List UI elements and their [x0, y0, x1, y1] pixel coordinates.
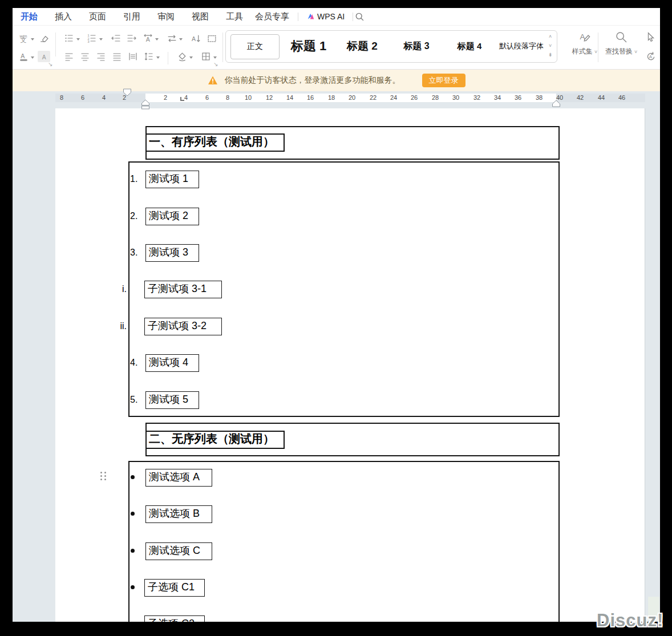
heading1[interactable]: 一、有序列表（测试用）	[145, 133, 285, 152]
select-cursor-icon[interactable]	[645, 31, 657, 43]
style-heading1[interactable]: 标题 1	[291, 38, 326, 55]
heading2[interactable]: 二、无序列表（测试用）	[145, 431, 285, 449]
menu-tab-review[interactable]: 审阅	[151, 8, 181, 26]
ruler-number: 36	[515, 94, 521, 102]
svg-text:A: A	[192, 35, 196, 42]
chevron-down-icon[interactable]	[76, 38, 80, 40]
chevron-down-icon[interactable]	[213, 56, 217, 59]
borders-icon[interactable]	[200, 51, 212, 62]
shading-icon[interactable]	[176, 51, 188, 62]
list-item[interactable]: 测试项 3	[145, 244, 199, 262]
justify-icon[interactable]	[111, 51, 123, 62]
style-heading3[interactable]: 标题 3	[403, 40, 429, 52]
list-marker: 1.	[130, 171, 137, 187]
list-item[interactable]: 测试选项 A	[145, 469, 212, 487]
list-item[interactable]: 子测试项 3-1	[144, 281, 222, 298]
gallery-expand-icon[interactable]: ⇟	[548, 52, 553, 58]
list-item[interactable]: 子测试项 3-2	[144, 318, 222, 335]
find-replace-label: 查找替换 ˅	[601, 47, 641, 56]
login-now-button[interactable]: 立即登录	[422, 74, 465, 87]
line-spacing-icon[interactable]	[143, 51, 155, 62]
ruler-number: 24	[390, 94, 397, 102]
highlight-icon[interactable]: A	[38, 51, 50, 62]
find-replace-button[interactable]: 查找替换 ˅	[601, 30, 641, 56]
increase-indent-icon[interactable]	[126, 33, 138, 44]
chevron-down-icon[interactable]	[155, 38, 159, 40]
list-item[interactable]: 子选项 C1	[144, 579, 205, 597]
bullet-icon	[131, 585, 135, 589]
style-heading2[interactable]: 标题 2	[347, 39, 378, 54]
window-frame-top	[0, 0, 672, 8]
list-marker: 4.	[130, 354, 137, 371]
menu-tab-tools[interactable]: 工具	[220, 8, 249, 26]
align-center-icon[interactable]	[79, 51, 91, 62]
list-marker: 3.	[130, 244, 137, 261]
list-item[interactable]: 测试项 5	[145, 391, 199, 409]
wps-ai-label: WPS AI	[317, 12, 345, 21]
svg-text:A: A	[42, 54, 46, 60]
search-icon[interactable]	[355, 12, 365, 22]
menu-tab-home[interactable]: 开始	[14, 8, 44, 27]
dialog-launcher-icon[interactable]: ↘	[48, 61, 52, 67]
chevron-down-icon[interactable]	[156, 56, 160, 59]
character-border-icon[interactable]	[205, 33, 218, 44]
clear-format-icon[interactable]	[38, 33, 50, 44]
svg-text:A: A	[649, 54, 653, 59]
bullet-icon	[131, 475, 135, 479]
distribute-icon[interactable]	[127, 51, 139, 62]
sort-icon[interactable]: A	[189, 33, 202, 44]
find-replace-icon	[615, 30, 628, 44]
chevron-down-icon[interactable]	[31, 56, 34, 59]
align-right-icon[interactable]	[95, 51, 107, 62]
list-item[interactable]: 测试选项 B	[145, 505, 212, 523]
menu-tab-view[interactable]: 视图	[185, 8, 215, 26]
align-left-icon[interactable]	[63, 51, 75, 62]
menu-tab-reference[interactable]: 引用	[117, 8, 147, 26]
bullet-list-icon[interactable]	[63, 33, 75, 44]
chevron-down-icon[interactable]	[189, 56, 193, 59]
menu-tab-insert[interactable]: 插入	[48, 8, 78, 26]
list-item[interactable]: 测试项 2	[145, 208, 199, 225]
style-gallery: 正文 标题 1 标题 2 标题 3 标题 4 默认段落字体 ˄ ˅ ⇟	[225, 30, 557, 63]
gallery-down-icon[interactable]: ˅	[549, 43, 552, 48]
translate-icon[interactable]: A	[645, 51, 657, 62]
dialog-launcher-icon[interactable]: ↘	[213, 61, 218, 67]
swap-text-icon[interactable]	[165, 33, 178, 44]
ruler-number: 8	[60, 94, 63, 102]
phonetic-guide-icon[interactable]: wén文	[17, 33, 30, 44]
list-item[interactable]: 测试项 1	[145, 171, 199, 188]
font-color-icon[interactable]: A	[17, 51, 30, 62]
chevron-down-icon[interactable]	[179, 38, 183, 40]
svg-text:A: A	[145, 35, 150, 42]
style-default-font[interactable]: 默认段落字体	[499, 41, 544, 51]
decrease-indent-icon[interactable]	[110, 33, 122, 44]
ruler-number: 14	[286, 94, 293, 102]
ruler-number: 2	[164, 94, 167, 102]
right-indent-marker[interactable]	[552, 99, 561, 110]
gallery-up-icon[interactable]: ˄	[549, 34, 552, 39]
ruler-number: 32	[473, 94, 480, 102]
style-set-button[interactable]: A 样式集 ˅	[569, 30, 601, 56]
chevron-down-icon[interactable]	[99, 38, 103, 40]
menu-tab-member[interactable]: 会员专享	[251, 8, 293, 26]
style-heading4[interactable]: 标题 4	[458, 41, 482, 52]
chevron-down-icon[interactable]	[31, 38, 34, 40]
ruler-number: 4	[184, 94, 188, 102]
tab-stop-marker[interactable]	[180, 97, 184, 101]
menu-tab-page[interactable]: 页面	[83, 8, 112, 26]
numbered-list-icon[interactable]: 123	[86, 33, 98, 44]
first-line-indent-marker[interactable]	[123, 88, 132, 99]
menu-tab-wps-ai[interactable]: WPS AI	[301, 8, 350, 26]
wps-writer-window: 开始 插入 页面 引用 审阅 视图 工具 会员专享 WPS AI wén文	[0, 0, 672, 636]
style-normal[interactable]: 正文	[230, 34, 280, 59]
character-scale-icon[interactable]: A	[141, 33, 154, 44]
guest-notification-bar: 你当前处于访客状态，登录激活更多功能和服务。 立即登录	[13, 70, 660, 91]
window-frame-right	[660, 0, 672, 636]
bullet-icon	[131, 512, 135, 516]
drag-handle-icon[interactable]	[100, 472, 108, 481]
list-item[interactable]: 测试选项 C	[145, 542, 212, 560]
left-indent-marker[interactable]	[141, 99, 150, 112]
menu-separator	[353, 13, 353, 21]
list-item[interactable]: 测试项 4	[145, 354, 199, 372]
discuz-watermark: Discuz!	[597, 610, 663, 631]
